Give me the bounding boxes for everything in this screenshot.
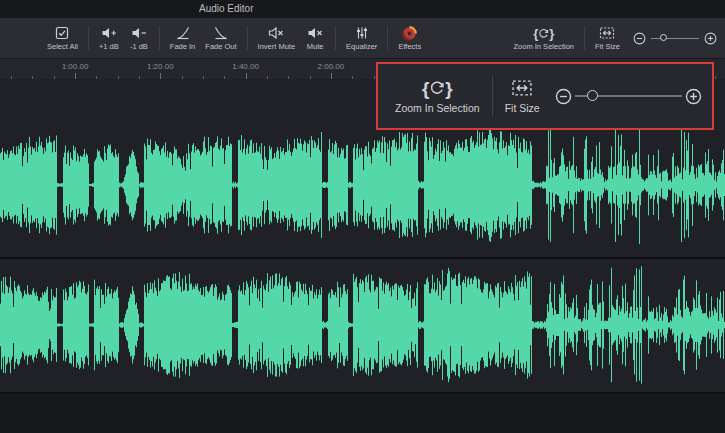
ruler-time-label: 1:20.00 xyxy=(147,62,174,71)
callout-separator xyxy=(492,76,493,116)
button-label: Fade In xyxy=(170,43,195,51)
callout-label: Zoom In Selection xyxy=(395,103,480,114)
zoom-slider-knob[interactable] xyxy=(660,34,667,41)
zoom-in-icon[interactable] xyxy=(704,32,717,45)
callout-zoom-in-selection-button[interactable]: {} Zoom In Selection xyxy=(395,78,480,114)
effects-icon xyxy=(402,26,417,41)
volume-down-icon xyxy=(131,26,147,41)
zoom-in-selection-icon: {} xyxy=(533,26,554,41)
fade-in-icon xyxy=(176,26,190,41)
invert-mute-button[interactable]: Invert Mute xyxy=(253,20,301,56)
waveform-track-2[interactable] xyxy=(0,259,725,394)
zoom-out-icon[interactable] xyxy=(555,88,572,105)
mute-button[interactable]: Mute xyxy=(300,20,330,56)
ruler-time-label: 1:00.00 xyxy=(62,62,89,71)
select-all-icon xyxy=(55,26,69,41)
button-label: Zoom In Selection xyxy=(514,43,574,51)
ruler-time-label: 1:40.00 xyxy=(232,62,259,71)
fit-size-button[interactable]: Fit Size xyxy=(590,20,625,56)
zoom-in-selection-button[interactable]: {} Zoom In Selection xyxy=(509,20,579,56)
titlebar: Audio Editor xyxy=(0,0,725,18)
button-label: Invert Mute xyxy=(258,43,296,51)
volume-up-button[interactable]: +1 dB xyxy=(94,20,124,56)
audio-editor-window: Audio Editor Select All +1 dB -1 dB xyxy=(0,0,725,433)
zoom-slider-track[interactable] xyxy=(651,38,699,39)
fade-in-button[interactable]: Fade In xyxy=(165,20,200,56)
toolbar-separator xyxy=(584,26,585,50)
zoom-tools-callout: {} Zoom In Selection Fit Size xyxy=(376,62,714,130)
button-label: +1 dB xyxy=(99,43,119,51)
zoom-in-icon[interactable] xyxy=(685,88,702,105)
zoom-slider-track[interactable] xyxy=(575,95,682,97)
app-title: Audio Editor xyxy=(199,3,253,14)
button-label: Effects xyxy=(398,43,421,51)
effects-button[interactable]: Effects xyxy=(393,20,426,56)
fit-size-icon xyxy=(599,26,615,41)
zoom-slider xyxy=(633,32,717,45)
select-all-button[interactable]: Select All xyxy=(42,20,83,56)
toolbar-separator xyxy=(247,26,248,50)
button-label: Fade Out xyxy=(205,43,236,51)
fit-size-icon xyxy=(511,78,533,98)
invert-mute-icon xyxy=(268,26,284,41)
button-label: Mute xyxy=(307,43,324,51)
zoom-in-selection-icon: {} xyxy=(422,78,453,98)
toolbar-separator xyxy=(335,26,336,50)
button-label: -1 dB xyxy=(130,43,148,51)
volume-down-button[interactable]: -1 dB xyxy=(124,20,154,56)
zoom-out-icon[interactable] xyxy=(633,32,646,45)
callout-fit-size-button[interactable]: Fit Size xyxy=(505,78,540,114)
toolbar: Select All +1 dB -1 dB Fade In xyxy=(0,18,725,58)
callout-zoom-slider xyxy=(555,88,702,105)
zoom-slider-knob[interactable] xyxy=(587,90,598,101)
button-label: Fit Size xyxy=(595,43,620,51)
fade-out-button[interactable]: Fade Out xyxy=(200,20,241,56)
callout-label: Fit Size xyxy=(505,103,540,114)
equalizer-icon xyxy=(355,26,369,41)
waveform-channel-right xyxy=(0,259,725,392)
toolbar-separator xyxy=(387,26,388,50)
bottom-panel xyxy=(0,394,725,433)
equalizer-button[interactable]: Equalizer xyxy=(341,20,382,56)
button-label: Select All xyxy=(47,43,78,51)
mute-icon xyxy=(307,26,323,41)
toolbar-separator xyxy=(88,26,89,50)
button-label: Equalizer xyxy=(346,43,377,51)
ruler-time-label: 2:00.00 xyxy=(318,62,345,71)
fade-out-icon xyxy=(214,26,228,41)
volume-up-icon xyxy=(101,26,117,41)
toolbar-separator xyxy=(159,26,160,50)
